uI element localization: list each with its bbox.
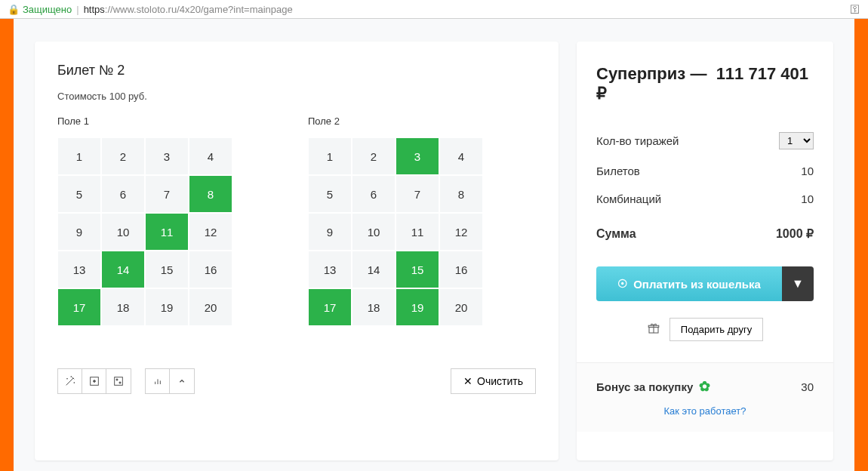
magic-wand-button[interactable] — [58, 369, 82, 393]
ticket-cost: Стоимость 100 руб. — [57, 91, 536, 102]
cell-4[interactable]: 4 — [439, 137, 483, 175]
cell-5[interactable]: 5 — [308, 175, 352, 213]
secure-label: Защищено — [23, 4, 72, 15]
summary-card: Суперприз — 111 717 401 ₽ Кол-во тиражей… — [577, 42, 833, 460]
wallet-icon: ☉ — [617, 277, 627, 291]
prize-row: Суперприз — 111 717 401 ₽ — [596, 64, 814, 103]
tickets-row: Билетов 10 — [596, 157, 814, 185]
draws-row: Кол-во тиражей 1 — [596, 125, 814, 157]
clear-button[interactable]: ✕ Очистить — [451, 368, 536, 394]
cell-12[interactable]: 12 — [189, 213, 232, 251]
stats-button[interactable] — [146, 369, 170, 393]
draws-select[interactable]: 1 — [779, 132, 814, 149]
gift-icon — [647, 322, 660, 338]
cell-12[interactable]: 12 — [439, 213, 483, 251]
cell-20[interactable]: 20 — [189, 288, 232, 326]
cell-2[interactable]: 2 — [352, 137, 396, 175]
field-2-label: Поле 2 — [308, 115, 483, 127]
cell-6[interactable]: 6 — [352, 175, 396, 213]
cell-16[interactable]: 16 — [439, 251, 483, 288]
cell-9[interactable]: 9 — [57, 213, 101, 251]
field-1-label: Поле 1 — [57, 115, 232, 127]
cell-1[interactable]: 1 — [57, 137, 101, 175]
cell-13[interactable]: 13 — [308, 251, 352, 288]
ticket-card: Билет № 2 Стоимость 100 руб. Поле 1 1234… — [35, 42, 559, 460]
bonus-value: 30 — [801, 380, 814, 393]
cell-15[interactable]: 15 — [396, 251, 439, 288]
cell-7[interactable]: 7 — [396, 175, 439, 213]
cell-14[interactable]: 14 — [101, 251, 145, 288]
cell-4[interactable]: 4 — [189, 137, 232, 175]
chevron-down-icon: ▼ — [792, 277, 804, 291]
total-row: Сумма 1000 ₽ — [596, 213, 814, 248]
cell-18[interactable]: 18 — [352, 288, 396, 326]
cell-7[interactable]: 7 — [145, 175, 189, 213]
ticket-title: Билет № 2 — [57, 63, 536, 78]
svg-point-3 — [116, 379, 118, 380]
cell-18[interactable]: 18 — [101, 288, 145, 326]
combos-row: Комбинаций 10 — [596, 185, 814, 213]
grid-1: 1234567891011121314151617181920 — [57, 137, 232, 326]
dice-1-button[interactable] — [82, 369, 106, 393]
cell-8[interactable]: 8 — [189, 175, 232, 213]
gift-button[interactable]: Подарить другу — [669, 318, 763, 341]
lock-icon: 🔒 — [8, 4, 20, 15]
field-2: Поле 2 1234567891011121314151617181920 — [308, 115, 483, 326]
cell-15[interactable]: 15 — [145, 251, 189, 288]
url[interactable]: https://www.stoloto.ru/4x20/game?int=mai… — [84, 4, 293, 15]
svg-rect-2 — [115, 377, 123, 386]
cell-19[interactable]: 19 — [396, 288, 439, 326]
cell-5[interactable]: 5 — [57, 175, 101, 213]
cell-19[interactable]: 19 — [145, 288, 189, 326]
svg-point-4 — [119, 382, 121, 383]
chevron-up-button[interactable] — [170, 369, 194, 393]
cell-17[interactable]: 17 — [308, 288, 352, 326]
cell-3[interactable]: 3 — [145, 137, 189, 175]
key-icon[interactable]: ⚿ — [850, 3, 860, 15]
cell-3[interactable]: 3 — [396, 137, 439, 175]
cell-16[interactable]: 16 — [189, 251, 232, 288]
browser-url-bar: 🔒 Защищено | https://www.stoloto.ru/4x20… — [0, 0, 868, 19]
grid-2: 1234567891011121314151617181920 — [308, 137, 483, 326]
dice-2-button[interactable] — [106, 369, 131, 393]
cell-10[interactable]: 10 — [101, 213, 145, 251]
cell-6[interactable]: 6 — [101, 175, 145, 213]
right-rail — [854, 19, 868, 471]
cell-17[interactable]: 17 — [57, 288, 101, 326]
left-rail — [0, 19, 14, 471]
cell-14[interactable]: 14 — [352, 251, 396, 288]
cell-20[interactable]: 20 — [439, 288, 483, 326]
close-icon: ✕ — [463, 375, 472, 387]
clover-icon: ✿ — [699, 378, 710, 395]
cell-10[interactable]: 10 — [352, 213, 396, 251]
cell-11[interactable]: 11 — [396, 213, 439, 251]
svg-point-1 — [93, 380, 95, 383]
pay-button[interactable]: ☉ Оплатить из кошелька — [596, 266, 782, 301]
bonus-how-link[interactable]: Как это работает? — [596, 405, 814, 417]
cell-1[interactable]: 1 — [308, 137, 352, 175]
cell-11[interactable]: 11 — [145, 213, 189, 251]
field-1: Поле 1 1234567891011121314151617181920 — [57, 115, 232, 326]
cell-8[interactable]: 8 — [439, 175, 483, 213]
cell-9[interactable]: 9 — [308, 213, 352, 251]
pay-dropdown-button[interactable]: ▼ — [782, 266, 814, 301]
cell-2[interactable]: 2 — [101, 137, 145, 175]
cell-13[interactable]: 13 — [57, 251, 101, 288]
ticket-toolbar: ✕ Очистить — [57, 368, 536, 394]
bonus-section: Бонус за покупку ✿ 30 Как это работает? — [577, 362, 833, 432]
